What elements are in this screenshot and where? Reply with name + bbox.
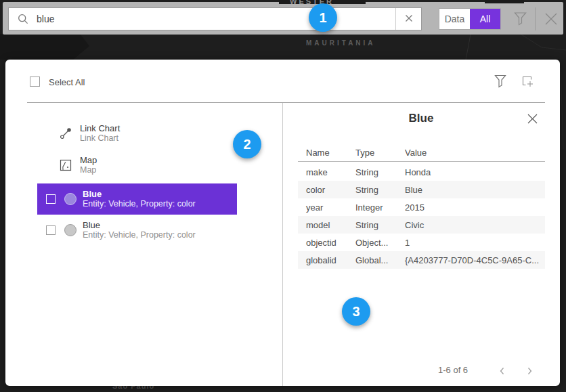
scope-option-all[interactable]: All: [470, 9, 500, 29]
column-header-value: Value: [405, 148, 427, 158]
entity-icon: [64, 193, 77, 205]
search-input[interactable]: [37, 8, 395, 30]
cell-value: 1: [405, 238, 410, 248]
search-results-panel: Select All Link Chart Link Chart Map Map: [5, 60, 560, 386]
close-search-button[interactable]: [544, 12, 559, 29]
cell-name: objectid: [306, 238, 336, 248]
result-title: Map: [80, 155, 97, 165]
result-item-blue[interactable]: Blue Entity: Vehicle, Property: color: [37, 215, 237, 246]
search-box[interactable]: [8, 7, 422, 30]
annotation-badge-3: 3: [342, 297, 370, 326]
panel-filter-button[interactable]: [494, 74, 506, 91]
result-title: Link Chart: [80, 123, 120, 133]
detail-close-button[interactable]: [527, 113, 538, 127]
pagination-label: 1-6 of 6: [438, 365, 468, 375]
cell-value: Civic: [405, 220, 424, 230]
result-subtitle: Map: [80, 165, 97, 175]
table-row: year Integer 2015: [298, 198, 545, 216]
filter-button[interactable]: [514, 12, 527, 28]
app-canvas: MAURITANIA São Paulo WESTER Data All: [0, 0, 566, 392]
cell-name: year: [306, 202, 323, 213]
prev-page-button[interactable]: [498, 366, 506, 378]
entity-icon: [64, 224, 77, 236]
result-item-blue-selected[interactable]: Blue Entity: Vehicle, Property: color: [37, 183, 237, 215]
map-strip: [485, 0, 524, 3]
clear-search-button[interactable]: [395, 8, 421, 30]
detail-title: Blue: [282, 112, 560, 125]
annotation-badge-2: 2: [233, 130, 261, 158]
cell-type: String: [355, 167, 378, 177]
table-row: globalid Global... {A4203777-D70D-4C5C-9…: [298, 251, 545, 269]
close-icon: [405, 13, 413, 25]
cell-type: Global...: [355, 255, 388, 265]
cell-type: Integer: [355, 202, 383, 213]
result-subtitle: Entity: Vehicle, Property: color: [83, 230, 196, 240]
add-selection-button[interactable]: [521, 75, 535, 91]
scope-toggle: Data All: [439, 8, 501, 30]
cell-name: model: [306, 220, 330, 230]
cell-value: 2015: [405, 202, 424, 213]
select-all-checkbox[interactable]: [30, 77, 40, 87]
cell-name: color: [306, 185, 325, 195]
cell-name: make: [306, 167, 328, 177]
table-header-divider: [298, 161, 545, 162]
panel-divider: [27, 102, 545, 103]
map-icon: [60, 159, 72, 171]
cell-value: Honda: [405, 167, 431, 177]
cell-name: globalid: [306, 255, 336, 265]
next-page-button[interactable]: [525, 366, 534, 378]
result-checkbox[interactable]: [46, 225, 56, 235]
search-icon: [18, 14, 28, 24]
search-toolbar: Data All: [3, 2, 563, 35]
cell-type: String: [355, 220, 378, 230]
result-item-link-chart[interactable]: Link Chart Link Chart: [37, 118, 237, 149]
result-title: Blue: [83, 220, 196, 230]
cell-value: Blue: [405, 185, 422, 195]
column-header-name: Name: [306, 148, 330, 158]
result-item-map[interactable]: Map Map: [37, 150, 237, 181]
cell-type: Object...: [355, 238, 388, 248]
table-row: objectid Object... 1: [298, 234, 545, 251]
cell-type: String: [355, 185, 378, 195]
panel-vertical-divider: [282, 103, 283, 386]
toolbar-divider: [535, 7, 536, 30]
table-row: make String Honda: [298, 163, 545, 181]
link-chart-icon: [60, 127, 72, 139]
cell-value: {A4203777-D70D-4C5C-9A65-C...: [405, 255, 539, 265]
result-subtitle: Entity: Vehicle, Property: color: [83, 199, 196, 209]
map-label-mauritania: MAURITANIA: [306, 39, 376, 47]
select-all-label: Select All: [49, 77, 85, 87]
column-header-type: Type: [355, 148, 374, 158]
result-subtitle: Link Chart: [80, 133, 120, 144]
table-row: model String Civic: [298, 216, 545, 234]
result-checkbox[interactable]: [46, 194, 56, 204]
scope-option-data[interactable]: Data: [439, 9, 470, 29]
annotation-badge-1: 1: [309, 3, 337, 32]
result-title: Blue: [83, 189, 196, 199]
table-row: color String Blue: [298, 181, 545, 198]
